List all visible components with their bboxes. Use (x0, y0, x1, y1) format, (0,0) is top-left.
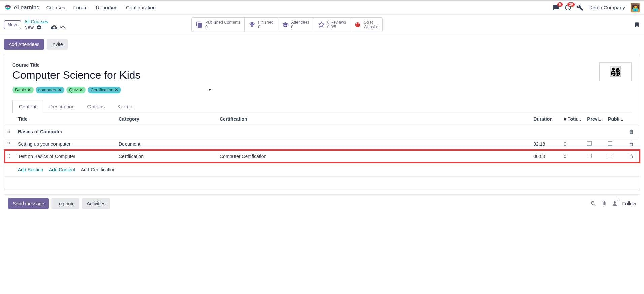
main-content: Add Attendees Invite Course Title Comput… (0, 35, 644, 216)
stat-published-contents[interactable]: Published Contents0 (192, 18, 245, 32)
tag-basic: Basic ✕ (12, 87, 34, 93)
breadcrumb-current: New (24, 25, 34, 30)
add-certification-link[interactable]: Add Certification (81, 167, 116, 172)
cell-certification[interactable] (217, 138, 531, 150)
top-navbar: eLearning Courses Forum Reporting Config… (0, 0, 644, 15)
trash-icon[interactable]: 🗑 (629, 141, 634, 147)
tools-icon[interactable] (577, 4, 583, 11)
cell-title[interactable]: Setting up your computer (15, 138, 116, 150)
stat-finished[interactable]: Finished0 (245, 18, 278, 32)
table-row-highlighted[interactable]: ⠿ Test on Basics of Computer Certificati… (4, 150, 640, 162)
user-avatar[interactable]: 🧑‍💻 (631, 3, 640, 12)
breadcrumb-root[interactable]: All Courses (24, 19, 66, 24)
published-checkbox[interactable] (608, 141, 612, 146)
tags-field[interactable]: Basic ✕ computer ✕ Quiz ✕ Certification … (12, 87, 211, 94)
messages-button[interactable]: 6 (552, 4, 559, 11)
messages-badge: 6 (557, 2, 563, 7)
stat-label: 0 Reviews (327, 20, 346, 25)
preview-checkbox[interactable] (587, 154, 592, 158)
stat-label: Go to (364, 20, 378, 25)
tab-karma[interactable]: Karma (111, 100, 139, 113)
breadcrumb: All Courses New (24, 19, 66, 30)
stat-value: 0 (291, 25, 310, 29)
course-title-input[interactable]: Computer Science for Kids (12, 69, 141, 81)
follow-button[interactable]: Follow (622, 201, 636, 206)
published-checkbox[interactable] (608, 154, 612, 158)
tab-description[interactable]: Description (43, 100, 81, 113)
undo-icon[interactable] (60, 24, 66, 30)
brand-icon (4, 4, 11, 11)
cell-category[interactable]: Certification (116, 150, 217, 162)
course-thumbnail[interactable]: 👨‍👩‍👧‍👦 (599, 62, 632, 81)
attachment-icon[interactable] (601, 200, 607, 207)
th-preview[interactable]: Previ... (584, 113, 605, 125)
th-title[interactable]: Title (15, 113, 116, 125)
new-button[interactable]: New (4, 20, 21, 29)
chatter-bar: Send message Log note Activities 0 Follo… (4, 194, 640, 212)
th-category[interactable]: Category (116, 113, 217, 125)
nav-link-forum[interactable]: Forum (73, 5, 87, 10)
section-title[interactable]: Basics of Computer (15, 125, 626, 138)
follower-count: 0 (618, 198, 620, 202)
drag-handle-icon[interactable]: ⠿ (7, 154, 10, 159)
invite-button[interactable]: Invite (47, 39, 67, 50)
preview-checkbox[interactable] (587, 141, 592, 146)
th-published[interactable]: Publi... (605, 113, 626, 125)
cell-total[interactable]: 0 (561, 138, 584, 150)
add-content-link[interactable]: Add Content (49, 167, 75, 172)
star-icon (318, 21, 325, 28)
th-duration[interactable]: Duration (531, 113, 561, 125)
nav-links: Courses Forum Reporting Configuration (46, 5, 156, 10)
drag-handle-icon[interactable]: ⠿ (7, 141, 10, 147)
nav-link-reporting[interactable]: Reporting (96, 5, 118, 10)
cloud-upload-icon[interactable] (51, 24, 57, 30)
th-certification[interactable]: Certification (217, 113, 531, 125)
activities-button[interactable]: 29 (565, 4, 571, 11)
tags-dropdown-caret[interactable]: ▾ (209, 87, 211, 93)
cell-category[interactable]: Document (116, 138, 217, 150)
drag-handle-icon[interactable]: ⠿ (7, 129, 10, 134)
add-attendees-button[interactable]: Add Attendees (4, 39, 44, 50)
tag-computer: computer ✕ (36, 87, 64, 93)
bookmark-icon[interactable] (634, 22, 640, 28)
log-note-button[interactable]: Log note (51, 198, 79, 209)
section-row[interactable]: ⠿ Basics of Computer 🗑 (4, 125, 640, 138)
table-row[interactable]: ⠿ Setting up your computer Document 02:1… (4, 138, 640, 150)
nav-link-courses[interactable]: Courses (46, 5, 65, 10)
tag-remove-icon[interactable]: ✕ (115, 87, 118, 93)
cell-duration[interactable]: 00:00 (531, 150, 561, 162)
followers-button[interactable]: 0 (612, 200, 618, 207)
nav-link-configuration[interactable]: Configuration (126, 5, 156, 10)
stat-label: Published Contents (205, 20, 240, 25)
cell-total[interactable]: 0 (561, 150, 584, 162)
tab-content[interactable]: Content (12, 100, 43, 113)
tag-remove-icon[interactable]: ✕ (58, 87, 62, 93)
course-title-label: Course Title (12, 62, 141, 68)
trash-icon[interactable]: 🗑 (629, 129, 634, 134)
tag-remove-icon[interactable]: ✕ (79, 87, 83, 93)
activities-button[interactable]: Activities (82, 198, 110, 209)
add-section-link[interactable]: Add Section (18, 167, 43, 172)
cell-certification[interactable]: Computer Certification (217, 150, 531, 162)
stat-label: Attendees (291, 20, 310, 25)
stat-value: 0 (258, 25, 273, 29)
graduation-cap-icon (282, 21, 289, 28)
gear-icon[interactable] (36, 25, 42, 30)
stat-value: Website (364, 25, 378, 29)
brand[interactable]: eLearning (4, 4, 40, 11)
trash-icon[interactable]: 🗑 (629, 154, 634, 159)
tab-options[interactable]: Options (81, 100, 111, 113)
search-icon[interactable] (590, 200, 596, 207)
course-form-card: Course Title Computer Science for Kids 👨… (4, 54, 640, 190)
globe-icon (354, 21, 361, 28)
send-message-button[interactable]: Send message (8, 198, 49, 209)
stat-attendees[interactable]: Attendees0 (278, 18, 314, 32)
control-bar: New All Courses New Published Contents0 … (0, 15, 644, 35)
company-name[interactable]: Demo Company (589, 5, 625, 10)
cell-title[interactable]: Test on Basics of Computer (15, 150, 116, 162)
th-total[interactable]: # Tota... (561, 113, 584, 125)
cell-duration[interactable]: 02:18 (531, 138, 561, 150)
stat-go-to-website[interactable]: Go toWebsite (350, 18, 382, 32)
stat-reviews[interactable]: 0 Reviews0.0/5 (314, 18, 350, 32)
tag-remove-icon[interactable]: ✕ (27, 87, 31, 93)
